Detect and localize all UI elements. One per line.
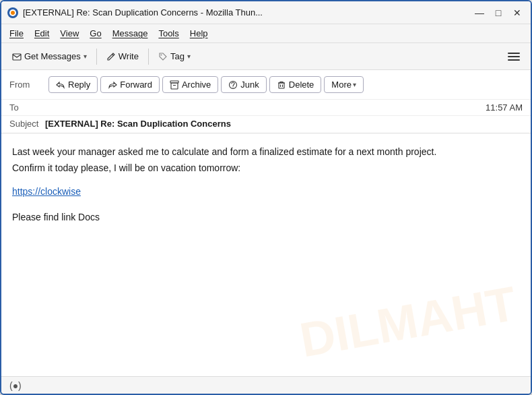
main-window: [EXTERNAL] Re: Scan Duplication Concerns… <box>0 0 532 395</box>
subject-label: Subject <box>9 119 38 129</box>
get-messages-label: Get Messages <box>24 51 81 61</box>
reply-icon <box>56 80 65 90</box>
email-header-to-row: To 11:57 AM <box>1 100 531 116</box>
delete-button[interactable]: Delete <box>269 76 322 94</box>
junk-icon <box>228 80 238 90</box>
menu-edit[interactable]: Edit <box>29 26 55 40</box>
forward-label: Forward <box>120 80 152 90</box>
more-dropdown-icon: ▾ <box>353 81 356 88</box>
tag-button[interactable]: Tag ▾ <box>153 49 196 65</box>
delete-icon <box>277 80 286 90</box>
get-messages-button[interactable]: Get Messages ▾ <box>7 49 92 65</box>
junk-button[interactable]: Junk <box>221 76 266 94</box>
forward-icon <box>108 80 117 90</box>
svg-line-4 <box>112 55 113 56</box>
more-label: More <box>331 80 352 90</box>
email-paragraph-1: Last week your manager asked me to calcu… <box>12 144 520 159</box>
menu-help[interactable]: Help <box>185 26 213 40</box>
toolbar-separator-1 <box>96 49 97 65</box>
get-messages-icon <box>12 51 22 62</box>
hamburger-menu-button[interactable] <box>502 49 525 65</box>
menubar: File Edit View Go Message Tools Help <box>1 24 531 43</box>
email-header-from-row: From Reply Forward <box>1 70 531 100</box>
toolbar-separator-2 <box>148 49 149 65</box>
window-title: [EXTERNAL] Re: Scan Duplication Concerns… <box>23 7 466 18</box>
write-button[interactable]: Write <box>101 49 144 65</box>
email-body: Last week your manager asked me to calcu… <box>1 133 531 376</box>
svg-rect-7 <box>171 83 178 89</box>
svg-point-5 <box>160 55 162 56</box>
junk-label: Junk <box>240 80 259 90</box>
svg-point-10 <box>233 88 234 88</box>
reply-label: Reply <box>68 80 90 90</box>
menu-file[interactable]: File <box>4 26 29 40</box>
archive-label: Archive <box>182 80 211 90</box>
menu-view[interactable]: View <box>55 26 84 40</box>
email-paragraph-3: Please find link Docs <box>12 210 520 224</box>
forward-button[interactable]: Forward <box>100 76 160 94</box>
reply-button[interactable]: Reply <box>48 76 98 94</box>
email-header-subject-row: Subject [EXTERNAL] Re: Scan Duplication … <box>1 116 531 133</box>
get-messages-dropdown-icon[interactable]: ▾ <box>84 53 87 60</box>
from-label: From <box>9 80 43 90</box>
minimize-button[interactable]: — <box>471 6 488 20</box>
hamburger-line-3 <box>508 59 520 61</box>
tag-dropdown-icon[interactable]: ▾ <box>187 53 191 60</box>
email-timestamp: 11:57 AM <box>486 102 523 113</box>
hamburger-line-1 <box>508 53 520 54</box>
maximize-button[interactable]: □ <box>490 6 506 20</box>
email-content: Last week your manager asked me to calcu… <box>12 144 520 225</box>
hamburger-line-2 <box>508 56 520 57</box>
statusbar: (●) <box>1 376 531 394</box>
titlebar: [EXTERNAL] Re: Scan Duplication Concerns… <box>1 1 531 24</box>
write-label: Write <box>119 51 139 61</box>
action-buttons: Reply Forward <box>48 76 523 94</box>
close-button[interactable]: ✕ <box>509 6 525 20</box>
tag-icon <box>158 51 168 62</box>
email-paragraph-2: Confirm it today please, I will be on va… <box>12 160 520 175</box>
app-icon <box>7 7 19 19</box>
svg-rect-11 <box>279 83 284 88</box>
window-controls: — □ ✕ <box>471 6 525 20</box>
write-icon <box>106 51 116 62</box>
to-label: To <box>9 102 43 113</box>
menu-message[interactable]: Message <box>107 26 154 40</box>
email-link[interactable]: https://clockwise <box>12 186 81 197</box>
toolbar: Get Messages ▾ Write Tag ▾ <box>1 43 531 70</box>
more-button[interactable]: More ▾ <box>324 76 364 94</box>
menu-tools[interactable]: Tools <box>153 26 184 40</box>
watermark: DILMAHT <box>296 275 520 367</box>
archive-icon <box>170 80 179 90</box>
tag-label: Tag <box>170 51 185 61</box>
svg-point-2 <box>11 11 15 15</box>
email-subject: [EXTERNAL] Re: Scan Duplication Concerns <box>45 119 231 129</box>
email-header: From Reply Forward <box>1 70 531 133</box>
menu-go[interactable]: Go <box>84 26 106 40</box>
status-icon: (●) <box>9 380 22 391</box>
archive-button[interactable]: Archive <box>162 76 218 94</box>
delete-label: Delete <box>289 80 314 90</box>
